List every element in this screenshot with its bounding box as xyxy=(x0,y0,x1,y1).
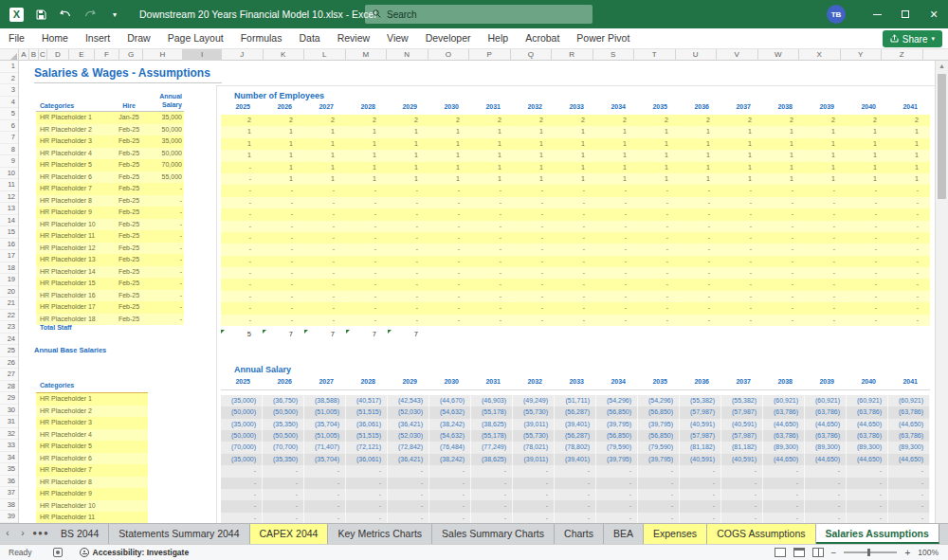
staff-row[interactable]: HR Placeholder 14Feb-25- xyxy=(36,266,184,279)
row-header-37[interactable]: 37 xyxy=(0,487,18,499)
row-header-15[interactable]: 15 xyxy=(0,226,18,239)
row-header-6[interactable]: 6 xyxy=(0,120,18,133)
base-salary-category[interactable]: HR Placeholder 9 xyxy=(36,488,148,500)
sheet-more-left-icon[interactable]: ●●● xyxy=(30,524,51,544)
salary-row[interactable]: (50,000)(50,500)(51,005)(51,515)(52,030)… xyxy=(221,406,930,418)
restore-button[interactable] xyxy=(891,0,920,28)
column-header-t[interactable]: T xyxy=(634,49,676,61)
ribbon-tab-insert[interactable]: Insert xyxy=(77,28,118,48)
employees-row[interactable]: -1111111111111111 xyxy=(221,162,930,173)
base-salary-category[interactable]: HR Placeholder 8 xyxy=(36,477,148,489)
column-header-g[interactable]: G xyxy=(119,49,143,61)
minimize-button[interactable] xyxy=(863,0,891,28)
staff-row[interactable]: HR Placeholder 15Feb-25- xyxy=(36,278,184,290)
base-salary-category[interactable]: HR Placeholder 3 xyxy=(36,417,148,429)
staff-row[interactable]: HR Placeholder 8Feb-25- xyxy=(36,195,184,208)
ribbon-tab-home[interactable]: Home xyxy=(33,28,77,48)
base-salary-category[interactable]: HR Placeholder 2 xyxy=(36,406,148,418)
staff-row[interactable]: HR Placeholder 2Feb-2550,000 xyxy=(36,124,184,136)
column-header-s[interactable]: S xyxy=(593,49,635,61)
column-header-m[interactable]: M xyxy=(346,49,388,61)
row-header-5[interactable]: 5 xyxy=(0,108,18,120)
column-header-o[interactable]: O xyxy=(428,49,470,61)
employees-row[interactable]: 11111111111111111 xyxy=(221,150,930,161)
employees-row[interactable]: ----------------- xyxy=(221,267,930,279)
staff-row[interactable]: HR Placeholder 5Feb-2570,000 xyxy=(36,159,184,172)
base-salary-category[interactable]: HR Placeholder 4 xyxy=(36,429,148,442)
column-header-n[interactable]: N xyxy=(387,49,428,61)
row-header-22[interactable]: 22 xyxy=(0,310,18,322)
row-header-8[interactable]: 8 xyxy=(0,144,18,156)
staff-row[interactable]: HR Placeholder 3Feb-2535,000 xyxy=(36,135,184,148)
base-salary-category[interactable]: HR Placeholder 7 xyxy=(36,464,148,477)
scroll-up-icon[interactable]: ▲ xyxy=(936,61,948,72)
page-break-view-icon[interactable] xyxy=(812,548,824,557)
worksheet[interactable]: Salaries & Wages - Assumptions Categorie… xyxy=(0,61,948,523)
staff-row[interactable]: HR Placeholder 9Feb-25- xyxy=(36,207,184,219)
staff-row[interactable]: HR Placeholder 6Feb-2555,000 xyxy=(36,172,184,184)
employees-row[interactable]: ----------------- xyxy=(221,221,930,232)
row-header-28[interactable]: 28 xyxy=(0,381,18,393)
row-header-35[interactable]: 35 xyxy=(0,463,18,476)
sheet-tab-key-metrics-charts[interactable]: Key Metrics Charts xyxy=(328,524,432,544)
sheet-tab-expenses[interactable]: Expenses xyxy=(644,524,707,544)
row-header-23[interactable]: 23 xyxy=(0,321,18,334)
row-header-25[interactable]: 25 xyxy=(0,345,18,357)
column-header-i[interactable]: I xyxy=(183,49,222,61)
base-salary-category[interactable]: HR Placeholder 6 xyxy=(36,453,148,465)
close-button[interactable]: × xyxy=(920,0,948,28)
salary-row[interactable]: ----------------- xyxy=(221,500,930,512)
column-header-c[interactable]: C xyxy=(39,49,47,61)
employees-row[interactable]: -1111111111111111 xyxy=(221,173,930,185)
base-salary-category[interactable]: HR Placeholder 11 xyxy=(36,512,148,523)
ribbon-tab-power-pivot[interactable]: Power Pivot xyxy=(568,28,638,48)
salary-row[interactable]: (70,000)(70,700)(71,407)(72,121)(72,842)… xyxy=(221,442,930,453)
zoom-slider-thumb[interactable] xyxy=(867,549,870,556)
ribbon-tab-developer[interactable]: Developer xyxy=(417,28,480,48)
employees-row[interactable]: ----------------- xyxy=(221,302,930,314)
column-header-r[interactable]: R xyxy=(552,49,593,61)
salary-row[interactable]: ----------------- xyxy=(221,489,930,500)
employees-row[interactable]: 22222222222222222 xyxy=(221,115,930,126)
staff-row[interactable]: HR Placeholder 12Feb-25- xyxy=(36,243,184,255)
staff-row[interactable]: HR Placeholder 11Feb-25- xyxy=(36,230,184,243)
column-header-w[interactable]: W xyxy=(758,49,800,61)
salary-row[interactable]: ----------------- xyxy=(221,478,930,489)
row-header-34[interactable]: 34 xyxy=(0,452,18,464)
ribbon-tab-file[interactable]: File xyxy=(0,28,33,48)
employees-row[interactable]: 11111111111111111 xyxy=(221,138,930,150)
row-header-16[interactable]: 16 xyxy=(0,239,18,251)
employees-row[interactable]: ----------------- xyxy=(221,291,930,302)
staff-row[interactable]: HR Placeholder 4Feb-2550,000 xyxy=(36,148,184,160)
employees-row[interactable]: 11111111111111111 xyxy=(221,126,930,137)
ribbon-tab-review[interactable]: Review xyxy=(329,28,378,48)
ribbon-tab-page-layout[interactable]: Page Layout xyxy=(159,28,232,48)
column-header-p[interactable]: P xyxy=(469,49,511,61)
row-header-31[interactable]: 31 xyxy=(0,416,18,428)
row-header-10[interactable]: 10 xyxy=(0,168,18,180)
page-layout-view-icon[interactable] xyxy=(793,548,805,557)
sheet-tab-sales-summary-charts[interactable]: Sales Summary Charts xyxy=(432,524,555,544)
ribbon-tab-draw[interactable]: Draw xyxy=(118,28,159,48)
row-header-13[interactable]: 13 xyxy=(0,203,18,215)
column-header-x[interactable]: X xyxy=(799,49,841,61)
staff-row[interactable]: HR Placeholder 13Feb-25- xyxy=(36,254,184,266)
row-header-2[interactable]: 2 xyxy=(0,73,18,85)
column-header-q[interactable]: Q xyxy=(511,49,553,61)
save-icon[interactable] xyxy=(33,7,48,22)
zoom-slider[interactable] xyxy=(844,551,897,553)
employees-row[interactable]: ----------------- xyxy=(221,185,930,196)
sheet-tab-salaries-assumptions[interactable]: Salaries Assumptions xyxy=(816,524,939,544)
ribbon-tab-formulas[interactable]: Formulas xyxy=(232,28,291,48)
row-header-24[interactable]: 24 xyxy=(0,334,18,346)
search-box[interactable]: Search xyxy=(365,5,592,24)
row-header-30[interactable]: 30 xyxy=(0,405,18,417)
row-header-1[interactable]: 1 xyxy=(0,61,18,73)
salary-row[interactable]: (35,000)(36,750)(38,588)(40,517)(42,543)… xyxy=(221,395,930,406)
row-header-29[interactable]: 29 xyxy=(0,392,18,405)
salary-row[interactable]: (50,000)(50,500)(51,005)(51,515)(52,030)… xyxy=(221,430,930,442)
sheet-tab-charts[interactable]: Charts xyxy=(555,524,604,544)
account-avatar[interactable]: TB xyxy=(827,5,846,24)
staff-row[interactable]: HR Placeholder 17Feb-25- xyxy=(36,301,184,314)
staff-row[interactable]: HR Placeholder 1Jan-2535,000 xyxy=(36,112,184,124)
